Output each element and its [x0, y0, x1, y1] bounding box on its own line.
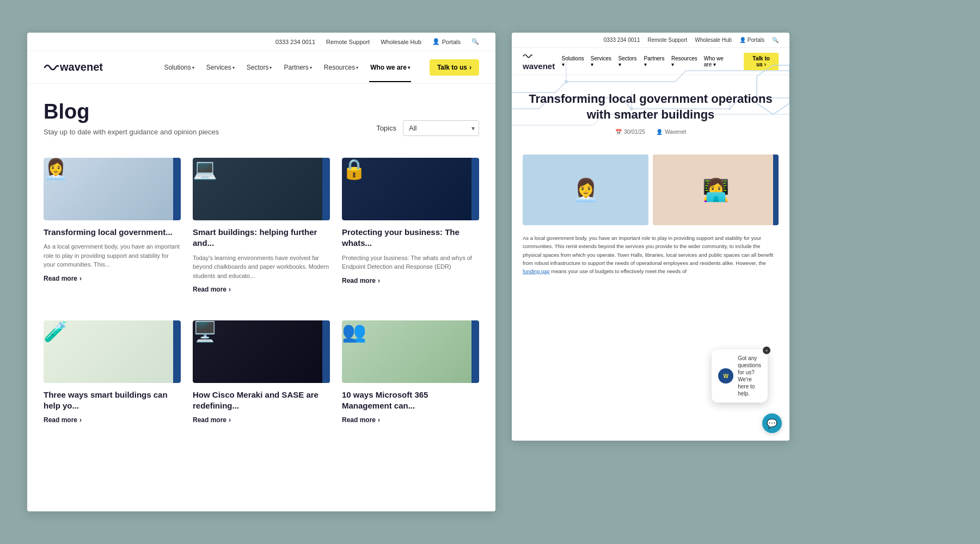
article-author: 👤 Wavenet — [656, 129, 686, 135]
chevron-icon: ▾ — [356, 65, 358, 70]
blue-accent-bar — [173, 320, 181, 383]
article-body: As a local government body, you have an … — [512, 234, 789, 286]
read-more-2[interactable]: Read more › — [193, 286, 330, 293]
article-card-4[interactable]: 🧪 Three ways smart buildings can help yo… — [44, 320, 181, 424]
article-title-5: How Cisco Meraki and SASE are redefining… — [193, 390, 330, 412]
arrow-icon: › — [79, 275, 82, 282]
article-detail-title: Transforming local government operations… — [523, 91, 779, 122]
office-people-icon: 👩‍💼 — [572, 177, 599, 203]
article-image-6: 👥 — [342, 320, 479, 383]
arrow-icon: › — [229, 286, 231, 293]
chevron-icon: ▾ — [232, 65, 235, 70]
arrow-icon: › — [79, 416, 82, 424]
article-card-5[interactable]: 🖥️ How Cisco Meraki and SASE are redefin… — [193, 320, 330, 424]
arrow-icon: › — [469, 64, 471, 71]
funding-gap-link[interactable]: funding gap — [523, 268, 550, 274]
blue-accent-bar — [322, 158, 330, 220]
article-portals[interactable]: 👤 Portals — [739, 37, 764, 43]
chat-open-button[interactable]: 💬 — [762, 413, 782, 433]
nav-who-we-are[interactable]: Who we are ▾ — [369, 53, 411, 82]
top-bar: 0333 234 0011 Remote Support Wholesale H… — [27, 33, 495, 51]
blog-title: Blog — [44, 100, 219, 123]
blue-accent-bar — [471, 320, 479, 383]
nav-services[interactable]: Services ▾ — [205, 53, 236, 82]
article-image-main-left: 👩‍💼 — [523, 154, 648, 225]
logo-wave-icon — [44, 62, 59, 73]
chat-widget-popup: W Got any questions for us? We're here t… — [712, 349, 768, 403]
chevron-icon: ▾ — [310, 65, 312, 70]
article-image-2: 💻 — [193, 158, 330, 220]
nav-resources[interactable]: Resources ▾ — [323, 53, 359, 82]
nav-solutions[interactable]: Solutions ▾ — [163, 53, 195, 82]
article-top-bar: 0333 234 0011 Remote Support Wholesale H… — [512, 33, 789, 48]
talk-to-us-button[interactable]: Talk to us › — [430, 59, 479, 76]
chat-avatar: W — [718, 368, 733, 384]
office-person-icon: 👩‍💻 — [702, 177, 730, 203]
article-wholesale-hub[interactable]: Wholesale Hub — [695, 37, 732, 43]
article-desc-2: Today's learning environments have evolv… — [193, 254, 330, 281]
article-desc-1: As a local government body, you have an … — [44, 242, 181, 269]
article-thumbnail-icon: 🧪 — [44, 320, 68, 343]
chevron-icon: ▾ — [192, 65, 194, 70]
article-hero: Transforming local government operations… — [512, 75, 789, 154]
arrow-icon: › — [378, 277, 380, 285]
main-nav: wavenet Solutions ▾ Services ▾ Sectors ▾… — [27, 51, 495, 84]
article-desc-3: Protecting your business: The whats and … — [342, 254, 479, 271]
article-title-1: Transforming local government... — [44, 227, 181, 238]
article-image-1: 👩‍💼 — [44, 158, 181, 220]
article-card-1[interactable]: 👩‍💼 Transforming local government... As … — [44, 158, 181, 293]
read-more-6[interactable]: Read more › — [342, 416, 479, 424]
article-grid-row1: 👩‍💼 Transforming local government... As … — [27, 147, 495, 310]
wholesale-hub-link[interactable]: Wholesale Hub — [381, 39, 421, 45]
author-icon: 👤 — [656, 129, 663, 135]
article-search-icon[interactable]: 🔍 — [772, 37, 779, 43]
article-thumbnail-icon: 🔒 — [342, 158, 366, 180]
blog-header: Blog Stay up to date with expert guidanc… — [27, 84, 495, 147]
article-title-4: Three ways smart buildings can help yo..… — [44, 390, 181, 412]
article-card-6[interactable]: 👥 10 ways Microsoft 365 Management can..… — [342, 320, 479, 424]
chat-close-button[interactable]: × — [763, 347, 770, 354]
article-grid-row2: 🧪 Three ways smart buildings can help yo… — [27, 310, 495, 440]
article-detail-panel: 0333 234 0011 Remote Support Wholesale H… — [512, 33, 789, 441]
arrow-icon: › — [229, 416, 231, 424]
topics-select-wrapper: All — [403, 120, 479, 136]
article-image-4: 🧪 — [44, 320, 181, 383]
calendar-icon: 📅 — [615, 129, 622, 135]
nav-partners[interactable]: Partners ▾ — [283, 53, 313, 82]
article-body-text: As a local government body, you have an … — [523, 234, 779, 275]
nav-links: Solutions ▾ Services ▾ Sectors ▾ Partner… — [163, 53, 479, 82]
article-title-2: Smart buildings: helping further and... — [193, 227, 330, 249]
person-icon: 👤 — [432, 38, 440, 45]
phone-number: 0333 234 0011 — [275, 39, 315, 45]
article-title-6: 10 ways Microsoft 365 Management can... — [342, 390, 479, 412]
portals-link[interactable]: 👤 Portals — [432, 38, 461, 45]
remote-support-link[interactable]: Remote Support — [326, 39, 370, 45]
article-card-2[interactable]: 💻 Smart buildings: helping further and..… — [193, 158, 330, 293]
search-icon[interactable]: 🔍 — [471, 38, 479, 45]
blue-accent-bar — [471, 158, 479, 220]
topics-select[interactable]: All — [403, 120, 479, 136]
read-more-3[interactable]: Read more › — [342, 277, 479, 285]
article-date: 📅 30/01/25 — [615, 129, 645, 135]
article-card-3[interactable]: 🔒 Protecting your business: The whats...… — [342, 158, 479, 293]
read-more-5[interactable]: Read more › — [193, 416, 330, 424]
page-wrapper: 0333 234 0011 Remote Support Wholesale H… — [27, 33, 953, 511]
article-title-3: Protecting your business: The whats... — [342, 227, 479, 249]
nav-sectors[interactable]: Sectors ▾ — [246, 53, 273, 82]
article-thumbnail-icon: 👥 — [342, 320, 366, 343]
read-more-1[interactable]: Read more › — [44, 275, 181, 282]
arrow-icon: › — [378, 416, 380, 424]
logo[interactable]: wavenet — [44, 61, 103, 73]
article-phone: 0333 234 0011 — [604, 37, 640, 43]
chat-bubble-icon: 💬 — [767, 418, 777, 429]
chevron-icon: ▾ — [408, 65, 410, 70]
article-thumbnail-icon: 🖥️ — [193, 320, 217, 343]
blue-right-accent-bar — [773, 154, 779, 225]
read-more-4[interactable]: Read more › — [44, 416, 181, 424]
article-meta: 📅 30/01/25 👤 Wavenet — [523, 129, 779, 135]
person-icon: 👤 — [739, 37, 746, 43]
article-remote-support[interactable]: Remote Support — [647, 37, 687, 43]
blue-accent-bar — [322, 320, 330, 383]
chevron-icon: ▾ — [270, 65, 272, 70]
article-images: 👩‍💼 👩‍💻 — [523, 154, 779, 225]
